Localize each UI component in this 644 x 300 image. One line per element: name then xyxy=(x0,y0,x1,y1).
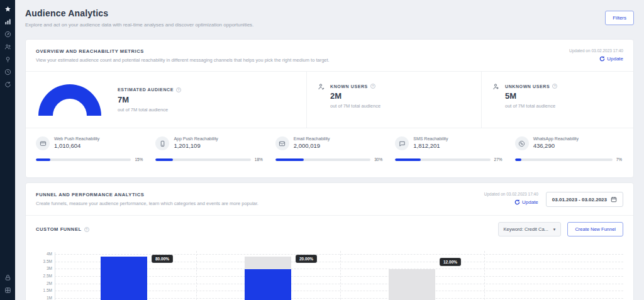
reachability-app-push: App Push Reachability 1,201,109 18% xyxy=(155,136,275,162)
update-refresh-icon xyxy=(514,199,520,205)
chevron-down-icon xyxy=(553,226,556,232)
y-axis-tick: 3M xyxy=(36,266,52,270)
sidebar xyxy=(0,0,15,300)
info-icon[interactable] xyxy=(84,227,89,232)
funnel-update-link[interactable]: Update xyxy=(484,199,538,205)
custom-funnel-toolbar: CUSTOM FUNNEL Keyword: Credit Ca... Crea… xyxy=(26,216,633,243)
unknown-users-block: UNKNOWN USERS 5M out of 7M total audienc… xyxy=(481,72,633,128)
sidebar-bottom-icons xyxy=(4,274,11,294)
progress-bar xyxy=(275,158,370,161)
apps-grid-icon[interactable] xyxy=(4,286,11,294)
unknown-user-icon xyxy=(492,83,500,91)
funnel-bar-converted xyxy=(245,269,291,300)
compass-icon[interactable] xyxy=(4,30,11,38)
users-icon[interactable] xyxy=(4,43,11,50)
overview-card-header: OVERVIEW AND REACHABILITY METRICS View y… xyxy=(26,40,633,72)
history-clock-icon[interactable] xyxy=(4,68,11,75)
refresh-icon[interactable] xyxy=(4,81,11,88)
funnel-step-conversion-label: 80.00% xyxy=(152,255,172,262)
web-push-icon xyxy=(36,136,50,150)
chart-vline xyxy=(484,251,485,300)
chart-vline xyxy=(340,251,341,300)
progress-bar xyxy=(155,158,250,161)
main-content: Audience Analytics Explore and act on yo… xyxy=(15,0,644,300)
overview-updated-text: Updated on 03.02.2023 17:40 xyxy=(569,48,623,53)
sms-icon xyxy=(395,136,409,150)
progress-bar xyxy=(395,158,490,161)
info-icon[interactable] xyxy=(370,84,375,89)
chart-vline xyxy=(196,251,197,300)
funnel-updated-text: Updated on 03.02.2023 17:40 xyxy=(484,192,538,196)
known-users-value: 2M xyxy=(330,91,380,101)
info-icon[interactable] xyxy=(552,84,557,89)
estimated-audience-label: ESTIMATED AUDIENCE xyxy=(118,87,174,92)
email-icon xyxy=(275,136,289,150)
overview-card-title: OVERVIEW AND REACHABILITY METRICS xyxy=(36,48,330,54)
known-users-block: KNOWN USERS 2M out of 7M total audience xyxy=(306,72,481,128)
date-range-picker[interactable]: 03.01.2023 - 03.02.2023 xyxy=(546,192,623,207)
custom-funnel-title: CUSTOM FUNNEL xyxy=(36,226,82,232)
whatsapp-icon xyxy=(515,136,529,150)
funnel-bar-total xyxy=(389,269,435,300)
funnel-card-subtitle: Create funnels, measure your audience pe… xyxy=(36,201,258,206)
audience-metrics-row: ESTIMATED AUDIENCE 7M out of 7M total au… xyxy=(26,72,633,128)
estimated-audience-value: 7M xyxy=(118,95,181,104)
star-icon[interactable] xyxy=(4,5,11,13)
funnel-card-header: FUNNEL AND PERFORMANCE ANALYTICS Create … xyxy=(26,183,633,216)
keyword-filter-dropdown[interactable]: Keyword: Credit Ca... xyxy=(498,222,562,236)
funnel-bar-converted xyxy=(101,257,147,300)
unknown-users-label: UNKNOWN USERS xyxy=(505,84,550,89)
y-axis-tick: 2M xyxy=(36,281,52,286)
overview-card-subtitle: View your estimated audience count and p… xyxy=(36,57,330,63)
reachability-whatsapp: WhatsApp Reachability 436,290 7% xyxy=(515,136,623,162)
overview-card: OVERVIEW AND REACHABILITY METRICS View y… xyxy=(25,39,634,178)
y-axis-tick: 3.5M xyxy=(36,259,52,264)
reachability-email: Email Reachability 2,000,019 30% xyxy=(275,136,395,162)
sidebar-top-icons xyxy=(4,5,11,88)
reachability-row: Web Push Reachability 1,010,604 15% App … xyxy=(26,128,633,162)
progress-bar xyxy=(515,158,613,161)
estimated-audience-block: ESTIMATED AUDIENCE 7M out of 7M total au… xyxy=(26,72,306,128)
funnel-chart: 4M3.5M3M2.5M2M1.5M1M80.00%20.00%12.00% xyxy=(36,246,623,300)
idea-bulb-icon[interactable] xyxy=(4,55,11,63)
estimated-audience-caption: out of 7M total audience xyxy=(118,107,181,113)
y-axis-tick: 1M xyxy=(36,296,52,300)
info-icon[interactable] xyxy=(176,87,181,92)
known-users-caption: out of 7M total audience xyxy=(330,103,380,109)
reachability-web-push: Web Push Reachability 1,010,604 15% xyxy=(36,136,155,162)
y-axis-line xyxy=(55,252,55,300)
page-header: Audience Analytics Explore and act on yo… xyxy=(15,0,644,28)
date-range-value: 03.01.2023 - 03.02.2023 xyxy=(552,197,607,203)
analytics-bars-icon[interactable] xyxy=(4,18,11,25)
y-axis-tick: 4M xyxy=(36,252,52,256)
known-users-label: KNOWN USERS xyxy=(330,84,368,89)
unknown-users-caption: out of 7M total audience xyxy=(505,103,557,109)
create-new-funnel-button[interactable]: Create New Funnel xyxy=(567,222,623,236)
page-title: Audience Analytics xyxy=(25,8,634,18)
progress-bar xyxy=(36,158,131,161)
y-axis-tick: 2.5M xyxy=(36,274,52,278)
filters-button[interactable]: Filters xyxy=(605,11,634,25)
page-subtitle: Explore and act on your audience data wi… xyxy=(25,22,634,28)
app-push-icon xyxy=(155,136,169,150)
funnel-card-title: FUNNEL AND PERFORMANCE ANALYTICS xyxy=(36,192,258,197)
unknown-users-value: 5M xyxy=(505,91,557,101)
lock-icon[interactable] xyxy=(4,274,11,281)
calendar-icon xyxy=(611,196,617,203)
chart-gridline xyxy=(55,254,623,255)
y-axis-tick: 1.5M xyxy=(36,288,52,292)
funnel-step-conversion-label: 20.00% xyxy=(296,255,316,262)
funnel-step-conversion-label: 12.00% xyxy=(440,258,460,265)
update-refresh-icon xyxy=(599,56,605,62)
overview-update-link[interactable]: Update xyxy=(569,56,623,62)
reachability-sms: SMS Reachability 1,812,201 27% xyxy=(395,136,514,162)
known-user-icon xyxy=(318,83,325,91)
estimated-audience-gauge xyxy=(38,84,101,116)
funnel-card: FUNNEL AND PERFORMANCE ANALYTICS Create … xyxy=(25,182,634,300)
